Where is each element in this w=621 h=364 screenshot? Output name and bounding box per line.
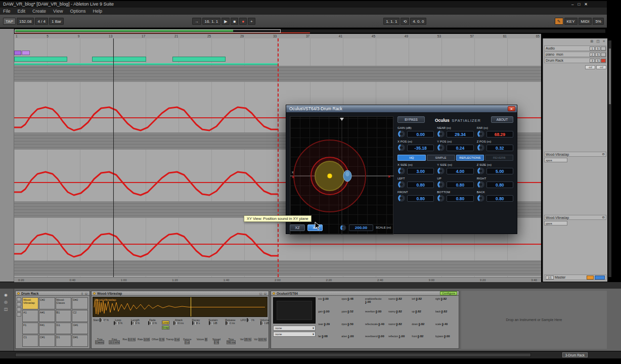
vertical-scrollbar[interactable]	[608, 40, 611, 277]
param-knob[interactable]	[437, 180, 445, 189]
field-value[interactable]: 0.0 %	[128, 338, 136, 341]
field-value[interactable]: 8	[205, 338, 207, 341]
loop-marker[interactable]	[191, 297, 191, 316]
automation-curve-xpos[interactable]	[14, 107, 278, 130]
automation-lane-header[interactable]: Wood-Vibraslap ⊖	[544, 215, 606, 220]
menu-item[interactable]: Help	[93, 9, 102, 14]
param-value[interactable]: 0.00	[407, 131, 434, 138]
param-knob[interactable]	[397, 180, 406, 189]
track-number-chip[interactable]: 2	[590, 53, 595, 57]
param-knob[interactable]	[437, 144, 445, 152]
field-value[interactable]: 100 %	[258, 338, 267, 341]
drum-pad[interactable]: A#1	[39, 310, 55, 322]
track-row[interactable]: Audio 1 S	[544, 46, 606, 51]
plugin-tab[interactable]: REVERB	[485, 155, 513, 161]
param-value[interactable]: 68.29	[486, 131, 513, 138]
field-value[interactable]: 0 ct	[185, 340, 190, 344]
lane-parameter-chip[interactable]: ypos	[544, 221, 567, 225]
arrangement-position-field[interactable]: 16. 1. 1	[202, 18, 221, 25]
loop-start-field[interactable]: 1. 1. 1	[383, 18, 400, 25]
bank-dropdown[interactable]: none	[273, 332, 316, 337]
close-icon[interactable]: ✕	[584, 1, 588, 8]
plugin-tab[interactable]: HQ	[397, 155, 426, 161]
param-value[interactable]: 0.32	[486, 145, 513, 151]
loop-end-marker[interactable]	[278, 38, 279, 277]
drum-pad[interactable]: A1	[22, 310, 38, 322]
device-activator[interactable]	[93, 292, 96, 295]
master-track-row[interactable]: 1/1 Master	[544, 275, 606, 280]
param-value[interactable]: 0.80	[407, 195, 434, 202]
plugin-tab[interactable]: REFLECTIONS	[456, 155, 484, 161]
tempo-field[interactable]: 152.08	[17, 18, 34, 25]
knob-value[interactable]: 3.97 %	[101, 318, 109, 322]
param-knob[interactable]	[477, 180, 485, 189]
automation-curve-ypos[interactable]	[14, 172, 278, 195]
solo-button[interactable]: S	[595, 59, 600, 63]
playhead[interactable]	[113, 38, 114, 277]
master-level-chip[interactable]	[595, 276, 605, 280]
midi-map-button[interactable]: MIDI	[579, 18, 592, 25]
field-value[interactable]: 1/16	[144, 338, 150, 341]
simpler-device[interactable]: Wood-Vibraslap ◱ ⊡ Wood-Vibraslap Start	[91, 291, 269, 349]
master-stop-chip[interactable]	[587, 276, 594, 280]
drum-pad[interactable]: Wood-Claves	[56, 297, 72, 309]
knob-value[interactable]: 0.0 %	[248, 318, 254, 322]
knob-value[interactable]: 15.9 %	[132, 322, 140, 325]
param-value[interactable]: 0.80	[407, 181, 434, 188]
param-knob[interactable]	[437, 130, 445, 138]
device-drop-zone[interactable]: Drop an Instrument or Sample Here	[461, 291, 607, 349]
scale-value[interactable]: 200.00	[349, 224, 373, 231]
selected-device-chip[interactable]: 3-Drum Rack	[562, 352, 588, 357]
param-value[interactable]: 0.80	[486, 195, 513, 202]
menu-item[interactable]: File	[3, 9, 11, 14]
knob-value[interactable]: 2.38 s	[193, 322, 200, 325]
lane-parameter-chip[interactable]: xpos	[544, 158, 567, 162]
minimize-icon[interactable]: –	[571, 1, 573, 8]
param-knob[interactable]	[477, 130, 485, 138]
param-knob[interactable]	[397, 167, 406, 175]
arm-button[interactable]	[601, 59, 606, 63]
quantize-menu[interactable]: 1 Bar	[49, 18, 64, 25]
maximize-icon[interactable]: □	[578, 1, 580, 8]
knob-value[interactable]: 0.00 ms	[174, 322, 184, 325]
scale-knob[interactable]	[340, 224, 346, 231]
time-signature-field[interactable]: 4 / 4	[35, 18, 48, 25]
plugin-close-button[interactable]: ✕	[508, 106, 515, 111]
drum-pad[interactable]: C#2	[39, 297, 55, 309]
menu-item[interactable]: Options	[70, 9, 85, 14]
plugin-mini-display[interactable]	[273, 297, 316, 324]
overdub-button[interactable]: +	[248, 18, 255, 25]
oculus-vst-device[interactable]: OculusVST64 Configure none none mix 0.00…	[271, 291, 459, 349]
param-value[interactable]: 3.00	[407, 168, 434, 174]
plugin-window[interactable]: OculusVST64/3-Drum Rack ✕ x ✕ ✕	[286, 105, 517, 234]
knob-value[interactable]: 0.0 dB	[210, 322, 217, 325]
loop-switch[interactable]: ⟲	[401, 18, 409, 25]
field-value[interactable]: 0 st	[174, 338, 180, 341]
menu-item[interactable]: Create	[32, 9, 46, 14]
loop-length-field[interactable]: 4. 0. 0	[410, 18, 426, 25]
param-value[interactable]: 29.34	[447, 131, 473, 138]
knob-value[interactable]: -12 dB	[261, 322, 269, 325]
drum-rack-device[interactable]: Drum Rack ≡ ⊡ Wood-Vibraslap C#2 Wood-Cl…	[15, 291, 90, 349]
toggle-button[interactable]: Snap	[162, 326, 169, 330]
knob[interactable]	[192, 321, 193, 325]
track-number-chip[interactable]: 1	[590, 47, 595, 51]
lane-collapse-icon[interactable]: ⊖	[602, 152, 605, 156]
param-knob[interactable]	[397, 194, 406, 202]
drum-pad[interactable]: G1	[56, 323, 72, 335]
drum-pad[interactable]: D#2	[72, 297, 88, 309]
draw-mode-button[interactable]: ✎	[555, 18, 563, 25]
panel-view-icons[interactable]: ⊞ ◫ ≡	[591, 39, 606, 43]
key-map-button[interactable]: KEY	[564, 18, 578, 25]
tap-tempo-button[interactable]: TAP	[3, 18, 16, 25]
automation-lane-header[interactable]: Wood-Vibraslap ⊖	[544, 152, 606, 157]
arm-button[interactable]	[601, 53, 606, 57]
param-knob[interactable]	[397, 144, 406, 152]
knob-value[interactable]: 18.0 %	[149, 322, 157, 325]
param-value[interactable]: 0.24	[447, 145, 473, 151]
field-value[interactable]: 780 ms	[227, 340, 236, 344]
param-knob[interactable]	[437, 194, 445, 202]
knob[interactable]	[114, 321, 115, 325]
menu-item[interactable]: Edit	[18, 9, 26, 14]
param-knob[interactable]	[477, 167, 485, 175]
